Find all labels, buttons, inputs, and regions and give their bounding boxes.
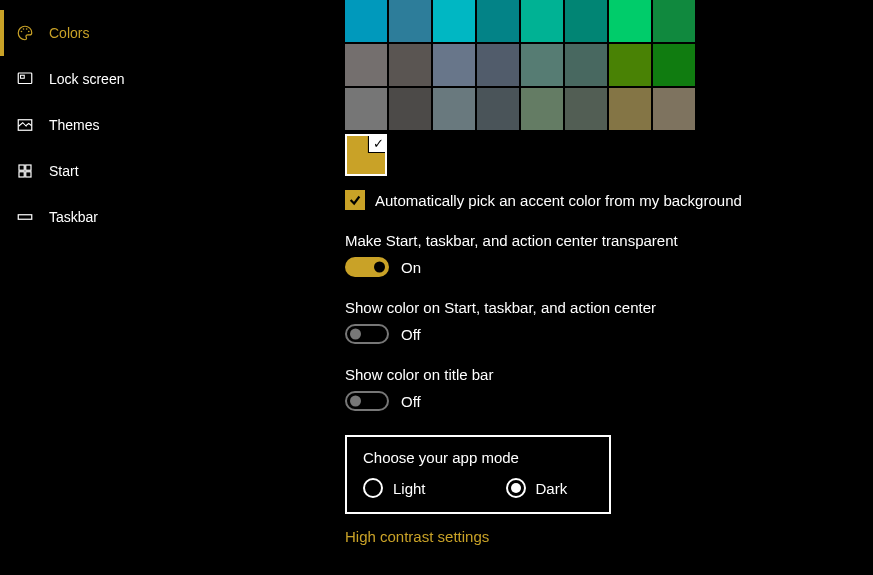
show-color-start-setting: Show color on Start, taskbar, and action… (345, 299, 873, 344)
high-contrast-link[interactable]: High contrast settings (345, 528, 873, 545)
svg-rect-11 (18, 215, 32, 220)
auto-pick-label: Automatically pick an accent color from … (375, 192, 742, 209)
svg-rect-9 (19, 172, 24, 177)
sidebar-item-lock-screen[interactable]: Lock screen (0, 56, 265, 102)
custom-color-swatch[interactable]: ✓ (345, 134, 387, 176)
show-color-title-setting: Show color on title bar Off (345, 366, 873, 411)
color-swatch[interactable] (477, 88, 519, 130)
check-icon: ✓ (369, 134, 387, 152)
color-swatch[interactable] (521, 0, 563, 42)
color-swatch[interactable] (609, 88, 651, 130)
sidebar-item-taskbar[interactable]: Taskbar (0, 194, 265, 240)
show-color-start-toggle[interactable] (345, 324, 389, 344)
sidebar-item-colors[interactable]: Colors (0, 10, 265, 56)
lock-screen-icon (15, 69, 35, 89)
color-swatch[interactable] (389, 0, 431, 42)
sidebar: Colors Lock screen Themes Start Taskbar (0, 0, 265, 575)
app-mode-light[interactable]: Light (363, 478, 426, 498)
color-swatch[interactable] (653, 44, 695, 86)
svg-point-3 (28, 31, 30, 33)
color-swatch[interactable] (345, 88, 387, 130)
app-mode-box: Choose your app mode Light Dark (345, 435, 611, 514)
color-swatch[interactable] (653, 88, 695, 130)
svg-rect-5 (21, 75, 25, 78)
radio-icon (506, 478, 526, 498)
sidebar-item-label: Lock screen (49, 71, 124, 87)
svg-point-0 (21, 31, 23, 33)
sidebar-item-label: Start (49, 163, 79, 179)
svg-point-2 (26, 28, 28, 30)
toggle-state-text: Off (401, 326, 421, 343)
color-palette (345, 0, 873, 130)
color-swatch[interactable] (653, 0, 695, 42)
themes-icon (15, 115, 35, 135)
auto-pick-checkbox[interactable] (345, 190, 365, 210)
app-mode-title: Choose your app mode (363, 449, 593, 466)
setting-label: Show color on title bar (345, 366, 873, 383)
svg-point-1 (23, 28, 25, 30)
radio-label: Light (393, 480, 426, 497)
auto-pick-row: Automatically pick an accent color from … (345, 190, 873, 210)
color-swatch[interactable] (477, 44, 519, 86)
app-mode-dark[interactable]: Dark (506, 478, 568, 498)
sidebar-item-label: Colors (49, 25, 89, 41)
color-swatch[interactable] (389, 44, 431, 86)
transparent-toggle[interactable] (345, 257, 389, 277)
main-content: ✓ Automatically pick an accent color fro… (265, 0, 873, 575)
toggle-state-text: Off (401, 393, 421, 410)
taskbar-icon (15, 207, 35, 227)
color-swatch[interactable] (521, 88, 563, 130)
start-icon (15, 161, 35, 181)
color-swatch[interactable] (609, 44, 651, 86)
svg-rect-7 (19, 165, 24, 170)
svg-rect-10 (26, 172, 31, 177)
palette-icon (15, 23, 35, 43)
svg-rect-8 (26, 165, 31, 170)
radio-label: Dark (536, 480, 568, 497)
sidebar-item-label: Taskbar (49, 209, 98, 225)
sidebar-item-label: Themes (49, 117, 100, 133)
color-swatch[interactable] (565, 0, 607, 42)
color-swatch[interactable] (345, 0, 387, 42)
show-color-title-toggle[interactable] (345, 391, 389, 411)
transparent-setting: Make Start, taskbar, and action center t… (345, 232, 873, 277)
color-swatch[interactable] (609, 0, 651, 42)
sidebar-item-start[interactable]: Start (0, 148, 265, 194)
sidebar-item-themes[interactable]: Themes (0, 102, 265, 148)
color-swatch[interactable] (565, 44, 607, 86)
color-swatch[interactable] (477, 0, 519, 42)
color-swatch[interactable] (433, 44, 475, 86)
setting-label: Make Start, taskbar, and action center t… (345, 232, 873, 249)
color-swatch[interactable] (433, 0, 475, 42)
color-swatch[interactable] (521, 44, 563, 86)
color-swatch[interactable] (345, 44, 387, 86)
radio-icon (363, 478, 383, 498)
setting-label: Show color on Start, taskbar, and action… (345, 299, 873, 316)
toggle-state-text: On (401, 259, 421, 276)
color-swatch[interactable] (389, 88, 431, 130)
color-swatch[interactable] (565, 88, 607, 130)
color-swatch[interactable] (433, 88, 475, 130)
